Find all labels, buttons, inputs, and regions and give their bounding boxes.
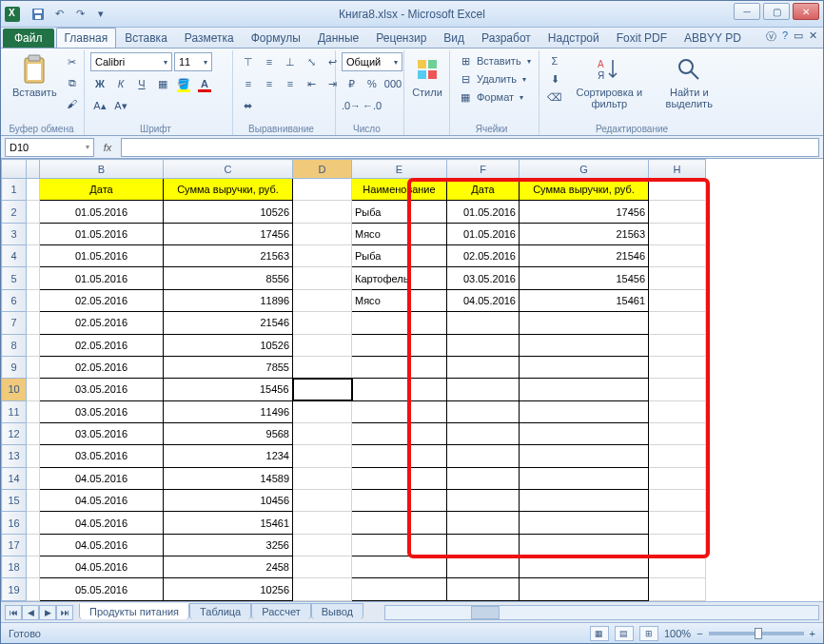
cell[interactable] (352, 356, 447, 378)
cell[interactable]: 01.05.2016 (40, 245, 164, 267)
cell[interactable]: 01.05.2016 (40, 201, 164, 223)
cell[interactable]: 9568 (164, 422, 293, 444)
cell[interactable]: 02.05.2016 (40, 356, 164, 378)
bold-button[interactable]: Ж (90, 74, 109, 93)
cell[interactable]: Наименование (352, 179, 447, 201)
qat-redo[interactable]: ↷ (71, 6, 88, 23)
cell[interactable]: 03.05.2016 (40, 445, 164, 467)
view-layout-button[interactable]: ▤ (615, 626, 634, 641)
cell[interactable] (649, 356, 706, 378)
cell[interactable] (520, 356, 649, 378)
cell[interactable]: Дата (447, 179, 520, 201)
maximize-button[interactable]: ▢ (763, 3, 790, 20)
cell[interactable] (520, 379, 649, 400)
cell[interactable] (293, 400, 352, 422)
name-box[interactable]: D10▾ (5, 138, 94, 157)
zoom-level[interactable]: 100% (664, 628, 691, 639)
cell[interactable] (447, 467, 520, 489)
number-format-combo[interactable]: Общий▾ (342, 52, 402, 71)
cell[interactable]: 15456 (164, 379, 293, 400)
currency-button[interactable]: ₽ (342, 74, 361, 93)
cell[interactable]: Рыба (352, 201, 447, 223)
cell[interactable] (447, 312, 520, 334)
qat-undo[interactable]: ↶ (50, 6, 68, 23)
align-center-button[interactable]: ≡ (260, 74, 279, 93)
sum-button[interactable]: Σ (545, 52, 564, 69)
paste-button[interactable]: Вставить (10, 52, 59, 100)
cell[interactable] (352, 334, 447, 356)
ribbon-tab[interactable]: Надстрой (540, 28, 608, 48)
decrease-indent-button[interactable]: ⇤ (302, 74, 321, 93)
cell[interactable]: 02.05.2016 (447, 245, 520, 267)
cell[interactable] (520, 312, 649, 334)
qat-customize[interactable]: ▾ (92, 6, 109, 23)
row-header[interactable]: 3 (2, 223, 27, 244)
cell[interactable]: 17456 (520, 201, 649, 223)
cell[interactable] (447, 334, 520, 356)
merge-button[interactable]: ⬌ (239, 96, 257, 115)
sort-filter-button[interactable]: АЯ Сортировка и фильтр (568, 52, 651, 111)
cell[interactable] (293, 179, 352, 201)
align-bottom-button[interactable]: ⊥ (281, 52, 300, 71)
cell[interactable] (27, 556, 40, 578)
fill-color-button[interactable]: 🪣 (174, 74, 193, 93)
cell[interactable]: Сумма выручки, руб. (164, 179, 293, 201)
cell[interactable] (293, 379, 352, 400)
copy-button[interactable]: ⧉ (63, 73, 82, 92)
ribbon-tab[interactable]: Главная (56, 28, 117, 48)
cell[interactable] (520, 556, 649, 578)
cell[interactable] (27, 467, 40, 489)
cell[interactable]: 04.05.2016 (447, 289, 520, 311)
file-tab[interactable]: Файл (3, 29, 54, 48)
cell[interactable] (447, 445, 520, 467)
col-header-f[interactable]: F (447, 160, 520, 179)
cell[interactable]: 04.05.2016 (40, 556, 164, 578)
styles-button[interactable]: Стили (410, 52, 444, 100)
horizontal-scrollbar[interactable] (384, 605, 819, 620)
row-header[interactable]: 2 (2, 201, 27, 223)
cell[interactable]: 8556 (164, 267, 293, 289)
cell[interactable] (27, 289, 40, 311)
row-header[interactable]: 10 (2, 379, 27, 400)
cell[interactable]: Картофель (352, 267, 447, 289)
clear-button[interactable]: ⌫ (545, 88, 564, 106)
cell[interactable] (293, 467, 352, 489)
cell[interactable] (352, 312, 447, 334)
cell[interactable]: 02.05.2016 (40, 312, 164, 334)
cell[interactable]: 02.05.2016 (40, 289, 164, 311)
sheet-nav-last[interactable]: ⏭ (56, 605, 73, 620)
qat-save[interactable] (29, 6, 47, 23)
grow-font-button[interactable]: A▴ (90, 96, 109, 115)
ribbon-tab[interactable]: Foxit PDF (608, 28, 676, 48)
decrease-decimal-button[interactable]: ←.0 (363, 96, 382, 115)
cell[interactable] (293, 334, 352, 356)
cell[interactable] (27, 578, 40, 601)
cell[interactable]: 15456 (520, 267, 649, 289)
cell[interactable] (520, 422, 649, 444)
cell[interactable] (447, 534, 520, 556)
cell[interactable] (293, 534, 352, 556)
cell[interactable] (27, 490, 40, 512)
cell[interactable] (27, 223, 40, 244)
cell[interactable] (649, 179, 706, 201)
cell[interactable] (293, 512, 352, 534)
cell[interactable] (352, 512, 447, 534)
align-middle-button[interactable]: ≡ (260, 52, 279, 71)
cell[interactable] (649, 512, 706, 534)
select-all-corner[interactable] (2, 160, 27, 179)
cell[interactable]: 10456 (164, 490, 293, 512)
cell[interactable]: Сумма выручки, руб. (520, 179, 649, 201)
ribbon-minimize-icon[interactable]: ⓥ (766, 29, 776, 44)
cell[interactable] (27, 334, 40, 356)
cell[interactable]: 04.05.2016 (40, 490, 164, 512)
cut-button[interactable]: ✂ (63, 52, 82, 71)
cell[interactable] (293, 201, 352, 223)
cell[interactable]: Мясо (352, 289, 447, 311)
cell[interactable]: 11896 (164, 289, 293, 311)
cell[interactable] (649, 289, 706, 311)
zoom-out-button[interactable]: − (696, 628, 702, 639)
ribbon-tab[interactable]: Формулы (243, 28, 309, 48)
row-header[interactable]: 9 (2, 356, 27, 378)
cell[interactable] (27, 400, 40, 422)
cell[interactable] (352, 556, 447, 578)
